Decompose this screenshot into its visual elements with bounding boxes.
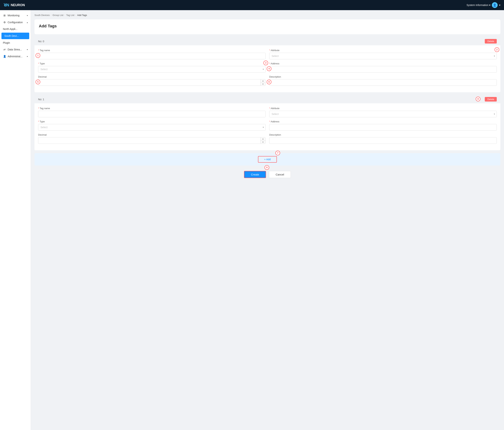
avatar[interactable]: 👤 [492, 2, 498, 8]
tag1-description-group: Description [269, 133, 497, 144]
add-button[interactable]: + Add [258, 156, 277, 163]
tag1-attribute-group: * Attribute Select ▾ [269, 107, 497, 117]
tag0-decimal-input[interactable] [38, 79, 266, 86]
decimal-decrement-button[interactable]: ▼ [261, 141, 265, 144]
tag0-name-input[interactable] [38, 53, 266, 59]
tag0-address-input[interactable] [269, 66, 497, 72]
logo-icon: ꓤN [4, 3, 9, 8]
breadcrumb-tag-list[interactable]: Tag List [66, 14, 74, 17]
tag1-type-select[interactable]: Select [38, 124, 266, 131]
avatar-chevron-icon: ▾ [499, 4, 500, 7]
tag1-address-group: * Address [269, 120, 497, 131]
tag-section-0: No: 0 Delete * Tag name 1 [35, 37, 500, 92]
system-info-button[interactable]: System Information ▾ [467, 4, 490, 7]
annotation-2: 2 [495, 47, 499, 52]
tag0-description-label: Description [269, 75, 497, 78]
sidebar-item-plugin[interactable]: Plugin [0, 40, 31, 46]
tag1-attribute-select[interactable]: Select [269, 111, 497, 117]
sidebar-item-label: Configuration [8, 21, 23, 24]
sidebar-item-north-appli[interactable]: North Appli... [0, 26, 31, 32]
tag0-address-label: * Address [269, 62, 497, 65]
tag0-decimal-label: Decimal [38, 75, 266, 78]
tag1-name-group: * Tag name [38, 107, 266, 117]
tag-section-1: No: 1 8 Delete * Tag name [35, 95, 500, 150]
admin-icon: 👤 [3, 55, 6, 58]
page-title: Add Tags [39, 24, 496, 28]
tag1-description-input[interactable] [269, 137, 497, 144]
required-mark: * [269, 62, 270, 65]
tag0-type-select-wrapper: Select ▾ [38, 66, 266, 72]
tag0-decimal-spinner: ▲ ▼ [260, 79, 265, 86]
logo-text: NEURON [11, 3, 25, 7]
tag1-attribute-select-wrapper: Select ▾ [269, 111, 497, 117]
tag0-description-input[interactable] [269, 79, 497, 86]
tag0-row1: * Tag name 1 * Attribute [38, 49, 497, 59]
breadcrumb-group-list[interactable]: Group List [53, 14, 63, 17]
sidebar-item-south-devi[interactable]: South Devi... [1, 33, 29, 39]
annotation-8: 8 [476, 97, 480, 101]
sidebar-item-monitoring[interactable]: ⊞ Monitoring ▾ [0, 12, 31, 19]
annotation-5: 5 [36, 79, 40, 84]
tag-header-1: No: 1 8 Delete [35, 95, 500, 103]
data-stream-icon: ⇄ [3, 48, 6, 51]
tag-body-0: * Tag name 1 * Attribute [35, 45, 500, 92]
tag0-name-label: * Tag name [38, 49, 266, 52]
tag0-attribute-select-wrapper: Select ▾ [269, 53, 497, 59]
tag-no-0: No: 0 [38, 40, 44, 43]
tag0-type-label: * Type [38, 62, 266, 65]
breadcrumb-current: Add Tags [77, 14, 87, 17]
tag1-type-label: * Type [38, 120, 266, 123]
sidebar-item-label: Plugin [3, 41, 10, 44]
chevron-down-icon: ▾ [27, 15, 28, 17]
chevron-down-icon: ▾ [489, 4, 490, 7]
system-info-label: System Information [467, 4, 488, 7]
annotation-1: 1 [36, 53, 40, 58]
tag1-name-label: * Tag name [38, 107, 266, 110]
monitoring-icon: ⊞ [3, 14, 6, 17]
decimal-increment-button[interactable]: ▲ [261, 137, 265, 141]
decimal-decrement-button[interactable]: ▼ [261, 83, 265, 86]
annotation-4: 4 [267, 66, 271, 71]
tag0-name-group: * Tag name 1 [38, 49, 266, 59]
tag1-decimal-spinner: ▲ ▼ [260, 137, 265, 144]
tag-body-1: * Tag name * Attribute Select [35, 103, 500, 150]
footer-actions: 9 Create Cancel [35, 169, 500, 182]
tag0-decimal-group: Decimal 5 ▲ ▼ [38, 75, 266, 86]
sidebar-item-label: South Devi... [4, 35, 19, 37]
tag1-description-label: Description [269, 133, 497, 136]
required-mark: * [269, 120, 270, 123]
tag0-attribute-group: * Attribute 2 Select ▾ [269, 49, 497, 59]
tag0-type-group: * Type 3 Select ▾ [38, 62, 266, 72]
breadcrumb-south-devices[interactable]: South Devices [35, 14, 50, 17]
breadcrumb: South Devices / Group List / Tag List / … [35, 14, 500, 17]
tag0-attribute-select[interactable]: Select [269, 53, 497, 59]
tag1-name-input[interactable] [38, 111, 266, 117]
tag1-row2: * Type Select ▾ * Address [38, 120, 497, 131]
logo: ꓤN NEURON [4, 3, 25, 8]
annotation-6: 6 [267, 79, 271, 84]
header-right: System Information ▾ 👤 ▾ [467, 2, 500, 8]
tag1-decimal-input[interactable] [38, 137, 266, 144]
chevron-down-icon: ▾ [27, 55, 28, 57]
add-section: 7 + Add [35, 153, 500, 166]
decimal-increment-button[interactable]: ▲ [261, 79, 265, 83]
tag-no-1: No: 1 [38, 98, 44, 101]
annotation-7: 7 [275, 151, 280, 155]
sidebar: ⊞ Monitoring ▾ ⚙ Configuration ▴ North A… [0, 10, 31, 430]
breadcrumb-sep: / [75, 14, 76, 17]
sidebar-item-data-stream[interactable]: ⇄ Data Strea... ▾ [0, 46, 31, 53]
page-title-card: Add Tags [35, 19, 500, 34]
sidebar-item-label: Data Strea... [8, 48, 22, 51]
delete-button-1[interactable]: Delete [485, 97, 497, 102]
annotation-3: 3 [263, 61, 268, 65]
tag1-address-input[interactable] [269, 124, 497, 131]
create-button[interactable]: Create [244, 171, 266, 178]
cancel-button[interactable]: Cancel [269, 171, 291, 178]
sidebar-item-administrat[interactable]: 👤 Administrat... ▾ [0, 53, 31, 60]
tag1-address-label: * Address [269, 120, 497, 123]
tag0-type-select[interactable]: Select [38, 66, 266, 72]
delete-button-0[interactable]: Delete [485, 39, 497, 44]
sidebar-item-configuration[interactable]: ⚙ Configuration ▴ [0, 19, 31, 26]
tag0-row3: Decimal 5 ▲ ▼ D [38, 75, 497, 86]
tag0-row2: * Type 3 Select ▾ [38, 62, 497, 72]
